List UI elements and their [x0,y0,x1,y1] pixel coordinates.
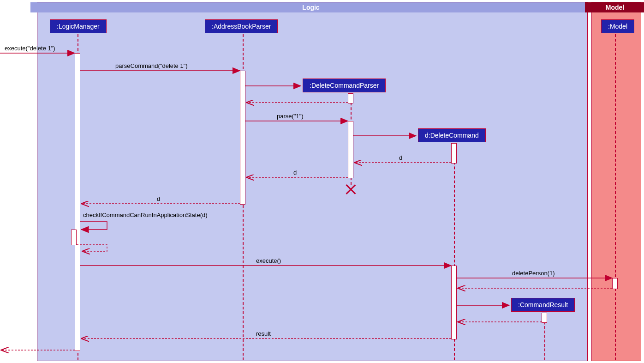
activation-delete-command-parser-2 [348,121,353,178]
frame-logic: Logic [37,2,588,361]
lifeline-model [615,34,616,360]
label-check-command: checkIfCommandCanRunInApplicationState(d… [83,212,208,218]
activation-logic-manager [75,53,80,351]
frame-model: Model [591,2,641,361]
participant-delete-command-parser: :DeleteCommandParser [303,79,386,92]
label-return-d-2: d [293,169,297,176]
activation-delete-command-1 [451,143,457,163]
participant-logic-manager: :LogicManager [50,19,107,33]
participant-address-book-parser: :AddressBookParser [205,19,278,33]
label-return-d-1: d [399,154,402,161]
activation-delete-command-2 [451,266,457,339]
destroy-delete-command-parser [345,184,356,195]
activation-command-result [542,313,547,323]
label-result: result [256,330,271,337]
frame-model-title: Model [585,2,644,12]
activation-address-book-parser [240,71,245,205]
activation-delete-command-parser-1 [348,93,353,103]
participant-delete-command: d:DeleteCommand [418,128,486,142]
label-return-d-3: d [157,195,160,202]
label-delete-person: deletePerson(1) [512,270,555,277]
frame-logic-title: Logic [30,2,594,12]
label-execute-delete: execute("delete 1") [5,45,55,52]
label-parse-command: parseCommand("delete 1") [115,62,188,69]
label-parse-1: parse("1") [277,113,304,120]
activation-logic-manager-self [71,230,77,245]
label-execute: execute() [256,257,281,264]
participant-command-result: :CommandResult [511,298,575,312]
activation-model [612,278,618,289]
participant-model: :Model [601,19,634,33]
